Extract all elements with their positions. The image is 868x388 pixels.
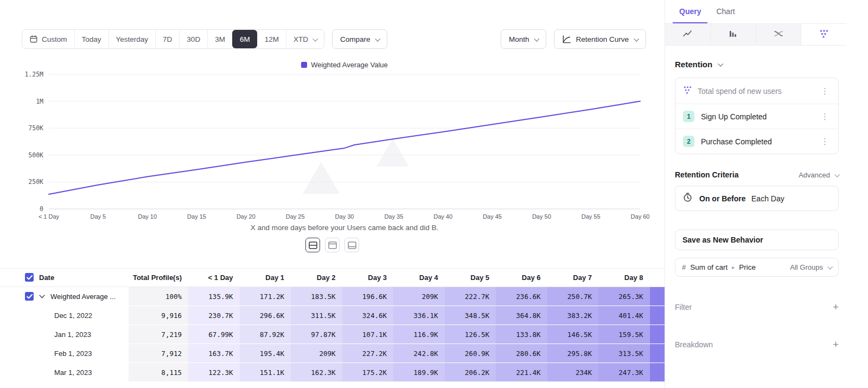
range-label: 30D <box>187 35 200 43</box>
add-breakdown-button[interactable]: + <box>833 339 839 349</box>
x-tick-label: Day 25 <box>286 213 305 220</box>
criteria-condition-row[interactable]: On or Before Each Day <box>675 186 839 211</box>
table-header-row: DateTotal Profile(s)< 1 DayDay 1Day 2Day… <box>0 269 665 287</box>
behavior-steps: 1Sign Up Completed⋮2Purchase Completed⋮ <box>675 104 838 154</box>
table-cell: 122.3K <box>188 363 240 382</box>
table-cell: 209K <box>393 287 445 306</box>
table-cell: 135.9K <box>188 287 240 306</box>
row-label-cell: Dec 1, 2022 <box>0 306 129 325</box>
table-header-cell: Date <box>0 269 129 287</box>
range-label: 7D <box>163 35 172 43</box>
range-button-7d[interactable]: 7D <box>155 30 179 48</box>
range-button-6m[interactable]: 6M <box>232 30 257 48</box>
row-checkbox[interactable] <box>25 292 34 301</box>
y-tick-label: 750K <box>0 124 43 132</box>
table-cell: 9,916 <box>129 306 188 325</box>
retention-section-heading[interactable]: Retention <box>675 60 846 69</box>
range-button-12m[interactable]: 12M <box>257 30 286 48</box>
retention-criteria-row: Retention Criteria Advanced <box>675 170 839 179</box>
tab-chart[interactable]: Chart <box>710 0 741 23</box>
x-tick-label: < 1 Day <box>39 213 59 220</box>
range-button-3m[interactable]: 3M <box>207 30 232 48</box>
table-header-cell <box>650 269 665 287</box>
table-cell: 324.6K <box>342 306 394 325</box>
table-row: Feb 1, 20237,912163.7K195.4K209K227.2K24… <box>0 344 665 363</box>
table-cell: 159.5K <box>598 325 650 344</box>
expand-chevron-icon[interactable] <box>39 295 45 298</box>
chevron-down-icon <box>718 61 723 67</box>
range-button-xtd[interactable]: XTD <box>286 30 324 48</box>
x-tick-label: Day 5 <box>90 213 106 220</box>
retention-report-button[interactable] <box>801 24 846 45</box>
funnels-report-button[interactable] <box>711 24 756 45</box>
table-cell: 296.6K <box>240 306 291 325</box>
column-label: Date <box>39 273 54 282</box>
chart-type-select[interactable]: Retention Curve <box>554 29 646 49</box>
table-cell: 295.8K <box>547 344 599 363</box>
kebab-menu-icon[interactable]: ⋮ <box>819 112 831 122</box>
table-cell: 364.8K <box>496 306 547 325</box>
groups-label: All Groups <box>790 263 823 271</box>
tab-query[interactable]: Query <box>673 0 707 23</box>
behavior-card-header[interactable]: Total spend of new users ⋮ <box>675 78 838 104</box>
compare-button[interactable]: Compare <box>332 29 388 49</box>
measure-row[interactable]: # Sum of cart ▸ Price All Groups <box>675 258 839 277</box>
save-as-new-behavior-button[interactable]: Save as New Behavior <box>675 230 839 250</box>
range-button-yesterday[interactable]: Yesterday <box>108 30 156 48</box>
flows-icon <box>774 29 783 41</box>
table-cell: 195.4K <box>240 344 291 363</box>
layout-split-rows-button[interactable] <box>305 238 320 252</box>
groups-select[interactable]: All Groups <box>790 263 832 271</box>
select-all-checkbox[interactable] <box>25 273 34 282</box>
layout-header-row-button[interactable] <box>325 238 340 252</box>
criteria-mode-select[interactable]: Advanced <box>799 171 839 179</box>
table-header-cell: Day 5 <box>445 269 496 287</box>
x-tick-label: Day 60 <box>631 213 650 220</box>
behavior-card: Total spend of new users ⋮ 1Sign Up Comp… <box>675 78 839 154</box>
measure-label: Sum of cart <box>690 263 727 271</box>
criteria-mode-label: Advanced <box>799 171 830 179</box>
x-tick-label: Day 20 <box>237 213 256 220</box>
granularity-select[interactable]: Month <box>501 29 547 49</box>
calendar-icon <box>29 35 38 43</box>
add-filter-button[interactable]: + <box>833 302 839 312</box>
behavior-step-1[interactable]: 1Sign Up Completed⋮ <box>675 104 838 129</box>
layout-full-button[interactable] <box>344 238 359 252</box>
table-cell: 227.2K <box>342 344 394 363</box>
table-header-cell: Day 2 <box>291 269 342 287</box>
table-cell: 183.5K <box>291 287 342 306</box>
table-cell: 146.5K <box>547 325 599 344</box>
table-cell: 242.8K <box>393 344 445 363</box>
step-label: Purchase Completed <box>701 137 813 146</box>
breakdown-row: Breakdown + <box>675 339 839 349</box>
range-label: 6M <box>240 35 250 43</box>
insights-report-button[interactable] <box>665 24 711 45</box>
table-row: Weighted Average ...100%135.9K171.2K183.… <box>0 287 665 306</box>
table-header-cell: Day 3 <box>342 269 394 287</box>
clock-icon <box>682 192 693 205</box>
query-sidebar: QueryChart Retention Total spend of new … <box>665 0 868 388</box>
range-button-today[interactable]: Today <box>74 30 108 48</box>
retention-chart: Weighted Average Value 1.25M1M750K500K25… <box>0 58 665 234</box>
toolbar-left: CustomTodayYesterday7D30D3M6M12MXTD Comp… <box>22 29 387 49</box>
toolbar: CustomTodayYesterday7D30D3M6M12MXTD Comp… <box>22 29 646 49</box>
behavior-step-2[interactable]: 2Purchase Completed⋮ <box>675 129 838 154</box>
table-cell: 100% <box>129 287 188 306</box>
range-button-30d[interactable]: 30D <box>179 30 207 48</box>
y-tick-label: 1.25M <box>0 71 43 78</box>
table-cell: 189.9K <box>393 363 445 382</box>
chart-plot <box>49 74 640 209</box>
table-cell: 250.7K <box>547 287 599 306</box>
table-cell: 336.1K <box>393 306 445 325</box>
kebab-menu-icon[interactable]: ⋮ <box>819 137 831 147</box>
table-cell: 401.4K <box>598 306 650 325</box>
chevron-down-icon <box>534 36 540 41</box>
range-button-custom[interactable]: Custom <box>22 30 74 48</box>
chevron-down-icon <box>827 264 833 270</box>
table-layout-toggles <box>0 238 665 252</box>
table-cell: 7,219 <box>129 325 188 344</box>
table-cell: 126.5K <box>445 325 496 344</box>
condition-label: On or Before <box>699 194 746 203</box>
flows-report-button[interactable] <box>756 24 802 45</box>
kebab-menu-icon[interactable]: ⋮ <box>819 86 831 96</box>
